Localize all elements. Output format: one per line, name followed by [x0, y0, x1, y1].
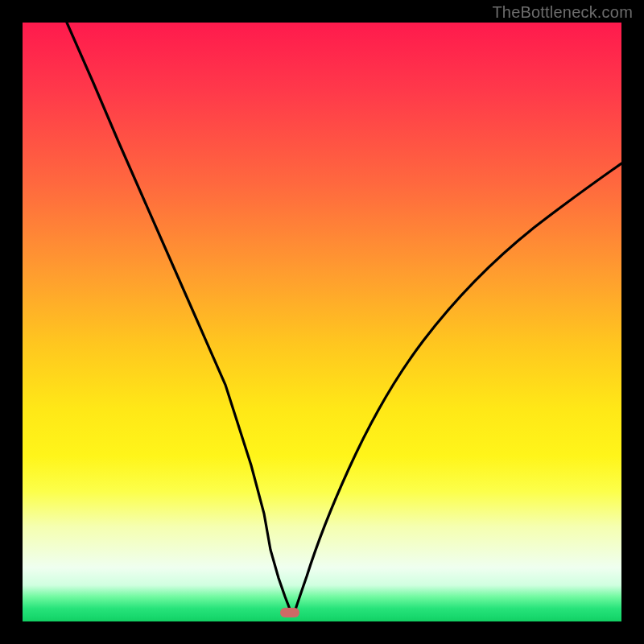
- curve-left-branch: [67, 23, 291, 612]
- curve-right-branch: [295, 163, 621, 612]
- bottleneck-curve: [23, 23, 621, 621]
- minimum-marker: [280, 608, 299, 617]
- plot-frame: [23, 23, 621, 621]
- watermark-text: TheBottleneck.com: [492, 3, 633, 22]
